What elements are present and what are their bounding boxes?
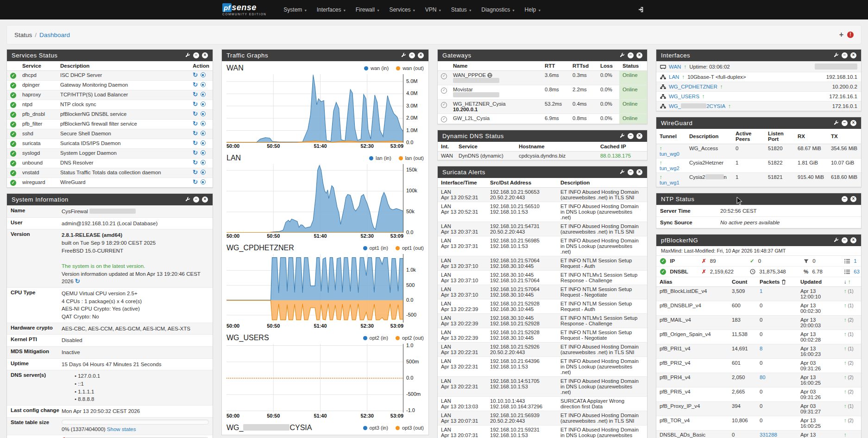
interface-row: LAN↑10Gbase-T <full-duplex>192.168.10.1 — [656, 72, 861, 82]
restart-service-icon[interactable]: ↻ — [193, 102, 198, 107]
stop-service-icon[interactable] — [201, 72, 206, 77]
interface-link-lan[interactable]: LAN — [669, 74, 679, 80]
sysinfo-label: Hardware crypto — [11, 325, 62, 333]
wrench-icon[interactable] — [834, 120, 839, 126]
sort-down-icon[interactable]: ↓ — [844, 279, 848, 285]
minimize-icon[interactable]: − — [842, 120, 848, 126]
x-tick-label: 52:30 — [361, 233, 374, 239]
restart-service-icon[interactable]: ↻ — [193, 82, 198, 87]
add-widget-icon[interactable]: + — [839, 31, 843, 39]
restart-service-icon[interactable]: ↻ — [193, 92, 198, 97]
wrench-icon[interactable] — [620, 52, 625, 58]
close-icon[interactable]: × — [202, 52, 208, 58]
restart-service-icon[interactable]: ↻ — [193, 160, 198, 165]
close-icon[interactable]: × — [850, 196, 856, 202]
minimize-icon[interactable]: − — [628, 133, 634, 139]
tunnel-link-tun-wg2[interactable]: tun_wg2 — [660, 165, 679, 171]
wrench-icon[interactable] — [834, 52, 839, 58]
wrench-icon[interactable] — [620, 169, 625, 175]
stop-service-icon[interactable] — [201, 121, 206, 126]
minimize-icon[interactable]: − — [842, 52, 848, 58]
clear-packets-trash-icon[interactable] — [781, 279, 786, 285]
nav-menu-interfaces[interactable]: Interfaces ▾ — [312, 6, 351, 13]
wrench-icon[interactable] — [834, 237, 839, 243]
interface-row: WAN↑Uptime: 03:06:02 — [656, 61, 861, 72]
alert-description: SURICATA Applayer Wrong direction first … — [557, 397, 647, 411]
close-icon[interactable]: × — [418, 52, 424, 58]
packets-link[interactable]: 80 — [760, 375, 766, 380]
packets-link[interactable]: 331288 — [760, 432, 777, 438]
interface-link-wan[interactable]: WAN — [669, 64, 681, 70]
gateway-ok-icon: ✓ — [441, 73, 447, 79]
minimize-icon[interactable]: − — [628, 169, 634, 175]
stop-service-icon[interactable] — [201, 150, 206, 155]
nav-menu-vpn[interactable]: VPN ▾ — [420, 6, 446, 13]
close-icon[interactable]: × — [636, 169, 642, 175]
close-icon[interactable]: × — [202, 197, 208, 203]
breadcrumb-page-dashboard[interactable]: Dashboard — [39, 32, 70, 38]
close-icon[interactable]: × — [850, 120, 856, 126]
alert-description: ET INFO NTLM Session Setup Request - Neg… — [557, 328, 647, 343]
breadcrumb-section[interactable]: Status — [14, 32, 32, 38]
mouse-cursor — [736, 197, 743, 206]
stop-service-icon[interactable] — [201, 170, 206, 175]
stop-service-icon[interactable] — [201, 179, 206, 184]
logout-icon[interactable] — [638, 6, 645, 14]
interface-link-wg-2cysia[interactable]: WG_2CYSIA — [669, 103, 725, 109]
nav-menu-help[interactable]: Help ▾ — [520, 6, 546, 13]
minimize-icon[interactable]: − — [628, 52, 634, 58]
restart-service-icon[interactable]: ↻ — [193, 72, 198, 77]
stop-service-icon[interactable] — [201, 131, 206, 136]
minimize-icon[interactable]: − — [193, 52, 199, 58]
interface-note: Uptime: 03:06:02 — [689, 64, 730, 70]
stop-service-icon[interactable] — [201, 102, 206, 107]
nav-menu-firewall[interactable]: Firewall ▾ — [351, 6, 384, 13]
wrench-icon[interactable] — [185, 52, 190, 58]
restart-service-icon[interactable]: ↻ — [193, 140, 198, 146]
wrench-icon[interactable] — [185, 197, 190, 203]
nav-menu-status[interactable]: Status ▾ — [446, 6, 476, 13]
restart-service-icon[interactable]: ↻ — [193, 170, 198, 175]
tunnel-link-tun-wg0[interactable]: tun_wg0 — [660, 151, 679, 157]
minimize-icon[interactable]: − — [193, 197, 199, 203]
pfsense-logo[interactable]: pf sense COMMUNITY EDITION — [222, 3, 266, 16]
nav-menu-services[interactable]: Services ▾ — [384, 6, 420, 13]
close-icon[interactable]: × — [850, 52, 856, 58]
services-col-icon — [7, 61, 19, 71]
restart-service-icon[interactable]: ↻ — [193, 150, 198, 155]
stop-service-icon[interactable] — [201, 111, 206, 116]
tunnel-link-tun-wg1[interactable]: tun_wg1 — [660, 180, 679, 185]
minimize-icon[interactable]: − — [842, 196, 848, 202]
minimize-icon[interactable]: − — [409, 52, 415, 58]
packets-link[interactable]: 1 — [760, 288, 762, 294]
refresh-version-icon[interactable]: ↻ — [75, 278, 80, 285]
graph-plot-area — [226, 74, 403, 143]
alert-icon[interactable]: ! — [847, 32, 854, 38]
sort-up-icon[interactable]: ↑ — [848, 279, 851, 285]
wrench-icon[interactable] — [620, 133, 625, 139]
service-row: ✓ntpdNTP clock sync↻ — [7, 100, 213, 110]
show-states-link[interactable]: Show states — [107, 426, 136, 432]
stop-service-icon[interactable] — [201, 92, 206, 97]
minimize-icon[interactable]: − — [842, 237, 848, 243]
close-icon[interactable]: × — [636, 133, 642, 139]
restart-service-icon[interactable]: ↻ — [193, 121, 198, 126]
legend-item: opt1 (out) — [396, 245, 424, 251]
nav-menu-diagnostics[interactable]: Diagnostics ▾ — [476, 6, 519, 13]
interface-link-wg-cpdhetzner[interactable]: WG_CPDHETZNER — [669, 84, 717, 89]
gateway-rttsd: 0.8ms — [569, 114, 597, 124]
restart-service-icon[interactable]: ↻ — [193, 131, 198, 136]
restart-service-icon[interactable]: ↻ — [193, 179, 198, 184]
interface-link-wg-users[interactable]: WG_USERS — [669, 94, 699, 99]
alias-name: pfB_DNSBLIP_v4 — [656, 301, 729, 316]
nav-menu-system[interactable]: System ▾ — [278, 6, 311, 13]
close-icon[interactable]: × — [636, 52, 642, 58]
stop-service-icon[interactable] — [201, 82, 206, 87]
stop-service-icon[interactable] — [201, 160, 206, 165]
packets-link[interactable]: 8 — [760, 346, 762, 351]
restart-service-icon[interactable]: ↻ — [193, 111, 198, 116]
close-icon[interactable]: × — [850, 237, 856, 243]
alert-interface: LAN — [441, 330, 484, 335]
stop-service-icon[interactable] — [201, 140, 206, 146]
wrench-icon[interactable] — [401, 52, 406, 58]
